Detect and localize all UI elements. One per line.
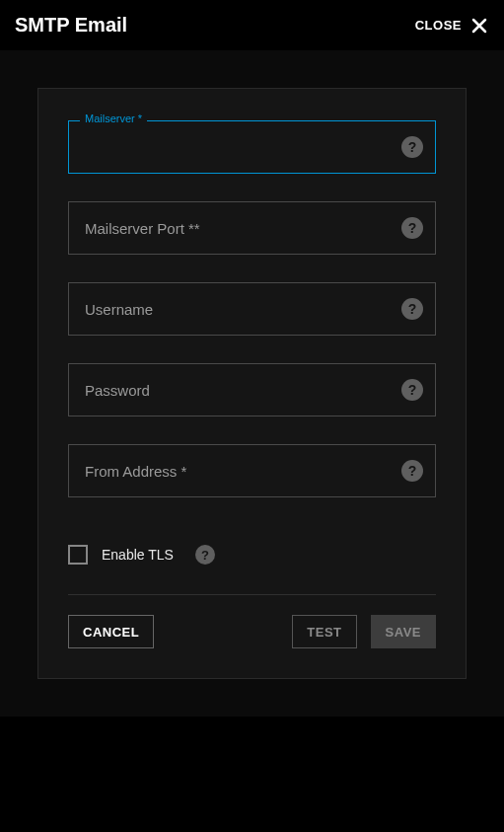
help-icon[interactable]: ? [401, 460, 423, 482]
help-icon[interactable]: ? [195, 545, 215, 565]
cancel-button[interactable]: CANCEL [68, 615, 154, 648]
mailserver-input-box[interactable]: ? [68, 120, 436, 174]
from-field: From Address * ? [68, 444, 436, 497]
page-title: SMTP Email [15, 14, 127, 37]
port-label: Mailserver Port ** [85, 220, 200, 237]
enable-tls-label: Enable TLS [102, 547, 174, 563]
password-input-box[interactable]: Password ? [68, 363, 436, 416]
enable-tls-row: Enable TLS ? [68, 545, 436, 565]
password-field: Password ? [68, 363, 436, 416]
password-label: Password [85, 382, 150, 399]
username-field: Username ? [68, 282, 436, 336]
port-field: Mailserver Port ** ? [68, 201, 436, 255]
username-input-box[interactable]: Username ? [68, 282, 436, 336]
close-icon [469, 16, 489, 36]
mailserver-field: Mailserver * ? [68, 120, 436, 174]
from-label: From Address * [85, 463, 186, 480]
help-icon[interactable]: ? [401, 298, 423, 320]
dialog-header: SMTP Email CLOSE [0, 0, 504, 50]
help-icon[interactable]: ? [401, 217, 423, 239]
actions-right: TEST SAVE [292, 615, 436, 648]
help-icon[interactable]: ? [401, 379, 423, 401]
username-label: Username [85, 301, 153, 318]
close-button[interactable]: CLOSE [415, 16, 489, 36]
from-input-box[interactable]: From Address * ? [68, 444, 436, 497]
close-label: CLOSE [415, 18, 462, 33]
test-button[interactable]: TEST [292, 615, 356, 648]
save-button[interactable]: SAVE [371, 615, 436, 648]
port-input-box[interactable]: Mailserver Port ** ? [68, 201, 436, 255]
enable-tls-checkbox[interactable] [68, 545, 88, 565]
content-area: Mailserver * ? Mailserver Port ** ? User… [0, 50, 504, 717]
mailserver-label: Mailserver * [80, 113, 147, 124]
action-bar: CANCEL TEST SAVE [68, 615, 436, 648]
form-card: Mailserver * ? Mailserver Port ** ? User… [37, 88, 467, 679]
help-icon[interactable]: ? [401, 136, 423, 158]
divider [68, 594, 436, 595]
mailserver-input[interactable] [85, 139, 386, 156]
